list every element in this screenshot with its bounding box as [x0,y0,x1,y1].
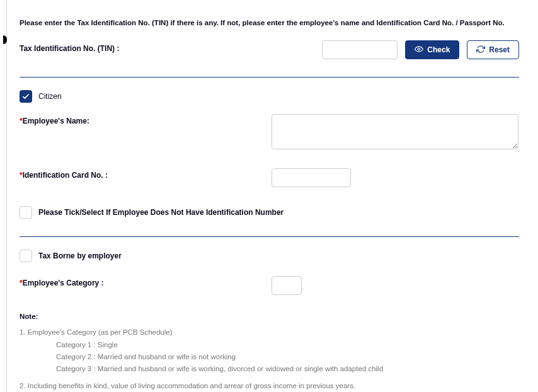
note-cat2: Category 2 : Married and husband or wife… [56,352,519,362]
check-button[interactable]: Check [405,40,459,59]
no-id-checkbox[interactable] [20,206,32,219]
tin-label: Tax Identification No. (TIN) : [20,40,322,53]
employee-name-input[interactable] [272,114,518,149]
reset-button-label: Reset [489,45,510,54]
check-button-label: Check [427,45,450,54]
instruction-text: Please enter the Tax Identification No. … [20,19,519,26]
category-label: Employee's Category : [23,279,104,287]
svg-point-0 [418,48,421,50]
divider [20,236,519,237]
id-no-label: Identification Card No. : [23,171,108,180]
id-no-input[interactable] [272,168,351,187]
no-id-label: Please Tick/Select If Employee Does Not … [38,208,283,217]
tin-input[interactable] [322,40,398,59]
citizen-checkbox[interactable] [20,90,32,103]
divider [20,77,519,78]
check-icon [21,92,30,101]
category-input[interactable] [272,276,302,295]
reset-button[interactable]: Reset [467,40,519,59]
tax-borne-checkbox[interactable] [20,250,32,262]
eye-icon [415,45,423,55]
note-cat1: Category 1 : Single [56,340,519,350]
note-line2: 2. Including benefits in kind, value of … [20,381,519,391]
note-head: Note: [20,311,519,322]
refresh-icon [476,45,485,55]
note-cat3: Category 3 : Married and husband or wife… [56,364,519,374]
tax-borne-label: Tax Borne by employer [38,251,122,260]
note-line1-head: 1. Employee's Category (as per PCB Sched… [20,327,519,338]
employee-name-label: Employee's Name: [23,117,89,125]
left-edge-stub [3,35,7,44]
note-block: Note: 1. Employee's Category (as per PCB… [20,311,519,392]
citizen-label: Citizen [38,92,62,101]
